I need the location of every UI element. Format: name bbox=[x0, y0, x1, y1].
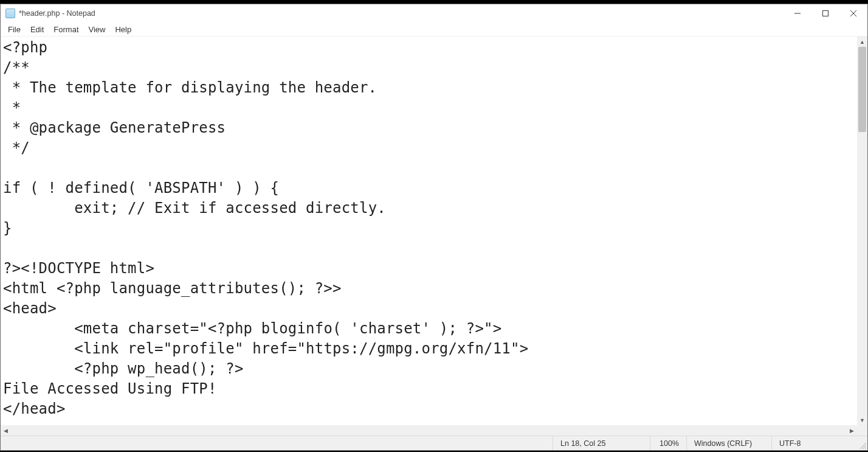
status-zoom: 100% bbox=[650, 436, 686, 450]
vertical-scroll-track[interactable] bbox=[857, 47, 867, 415]
scroll-up-arrow-icon[interactable]: ▲ bbox=[857, 37, 867, 47]
vertical-scrollbar[interactable]: ▲ ▼ bbox=[857, 37, 867, 425]
resize-grip-icon[interactable] bbox=[856, 436, 867, 450]
maximize-button[interactable] bbox=[811, 4, 839, 23]
menu-format[interactable]: Format bbox=[49, 24, 83, 35]
scroll-right-arrow-icon[interactable]: ▶ bbox=[847, 425, 857, 436]
status-cursor-position: Ln 18, Col 25 bbox=[553, 436, 650, 450]
status-encoding: UTF-8 bbox=[771, 436, 856, 450]
svg-line-6 bbox=[865, 448, 866, 449]
notepad-window: *header.php - Notepad File Edit Format V… bbox=[0, 4, 868, 451]
horizontal-scroll-track[interactable] bbox=[11, 425, 847, 436]
maximize-icon bbox=[822, 10, 828, 16]
editor-area: <?php /** * The template for displaying … bbox=[1, 36, 867, 436]
minimize-icon bbox=[794, 10, 801, 16]
menu-edit[interactable]: Edit bbox=[26, 24, 49, 35]
statusbar: Ln 18, Col 25 100% Windows (CRLF) UTF-8 bbox=[1, 436, 867, 450]
horizontal-scrollbar[interactable]: ◀ ▶ bbox=[1, 425, 857, 436]
scroll-left-arrow-icon[interactable]: ◀ bbox=[1, 425, 11, 436]
menubar: File Edit Format View Help bbox=[1, 23, 867, 36]
close-button[interactable] bbox=[839, 4, 867, 23]
minimize-button[interactable] bbox=[784, 4, 811, 23]
svg-rect-1 bbox=[823, 11, 828, 16]
text-editor[interactable]: <?php /** * The template for displaying … bbox=[1, 37, 857, 425]
menu-help[interactable]: Help bbox=[110, 24, 136, 35]
vertical-scroll-thumb[interactable] bbox=[858, 47, 866, 132]
notepad-app-icon bbox=[5, 9, 15, 18]
scroll-corner bbox=[857, 425, 867, 436]
titlebar[interactable]: *header.php - Notepad bbox=[1, 4, 867, 23]
close-icon bbox=[850, 10, 856, 16]
window-title: *header.php - Notepad bbox=[19, 9, 95, 18]
menu-view[interactable]: View bbox=[84, 24, 111, 35]
status-line-ending: Windows (CRLF) bbox=[686, 436, 771, 450]
menu-file[interactable]: File bbox=[3, 24, 26, 35]
scroll-down-arrow-icon[interactable]: ▼ bbox=[857, 415, 867, 425]
